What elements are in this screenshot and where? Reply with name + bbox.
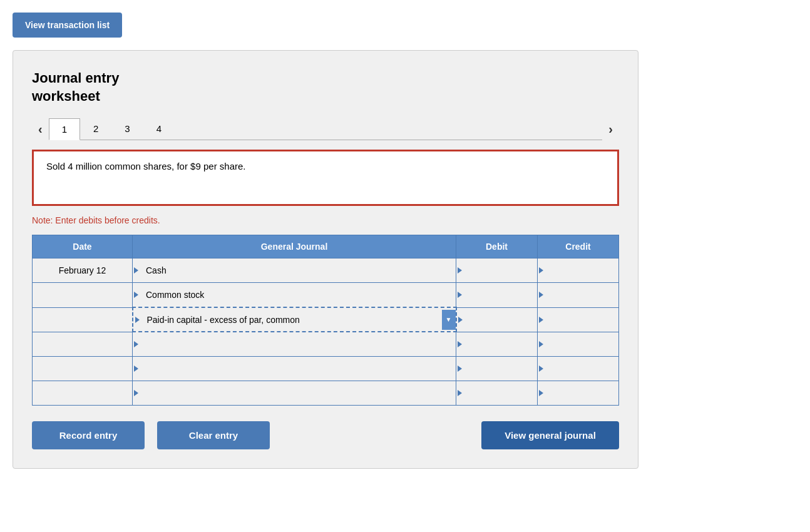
date-cell-6	[33, 381, 133, 406]
row5-arrow-indicator	[134, 366, 138, 372]
dropdown-arrow-button-3[interactable]: ▼	[442, 310, 456, 330]
debit-input-2[interactable]	[463, 283, 537, 307]
row6-debit-indicator	[458, 390, 462, 396]
buttons-row: Record entry Clear entry View general jo…	[32, 421, 619, 449]
clear-entry-button[interactable]: Clear entry	[157, 421, 270, 449]
entry-input-1[interactable]	[140, 258, 456, 282]
table-row	[33, 283, 619, 308]
row4-arrow-indicator	[134, 341, 138, 347]
entry-cell-2[interactable]	[133, 283, 456, 308]
credit-cell-5[interactable]	[538, 357, 619, 381]
table-row: February 12	[33, 258, 619, 283]
credit-input-1[interactable]	[545, 258, 618, 282]
row2-credit-indicator	[539, 292, 543, 298]
credit-input-4[interactable]	[545, 332, 618, 356]
entry-cell-1[interactable]	[133, 258, 456, 283]
date-cell-4	[33, 332, 133, 357]
row6-credit-indicator	[539, 390, 543, 396]
entry-cell-4[interactable]	[133, 332, 456, 357]
row2-debit-indicator	[458, 292, 462, 298]
row1-arrow-indicator	[134, 267, 138, 274]
view-transaction-button[interactable]: View transaction list	[13, 13, 122, 38]
entry-input-3[interactable]	[141, 310, 442, 330]
view-general-journal-button[interactable]: View general journal	[481, 421, 619, 449]
row4-credit-indicator	[539, 341, 543, 347]
date-cell-5	[33, 357, 133, 381]
credit-cell-4[interactable]	[538, 332, 619, 357]
debit-input-5[interactable]	[463, 357, 537, 381]
credit-input-2[interactable]	[545, 283, 618, 307]
debit-input-6[interactable]	[463, 381, 537, 405]
date-cell-1: February 12	[33, 258, 133, 283]
page-tabs: 1 2 3 4	[49, 118, 603, 140]
entry-input-5[interactable]	[140, 357, 456, 381]
credit-cell-6[interactable]	[538, 381, 619, 406]
header-credit: Credit	[538, 235, 619, 258]
table-row	[33, 332, 619, 357]
credit-input-3[interactable]	[545, 308, 618, 332]
row1-debit-indicator	[458, 267, 462, 274]
row3-arrow-indicator	[135, 317, 140, 323]
entry-input-6[interactable]	[140, 381, 456, 405]
debit-cell-2[interactable]	[456, 283, 538, 308]
debit-input-4[interactable]	[463, 332, 537, 356]
debit-cell-1[interactable]	[456, 258, 538, 283]
table-row: ▼	[33, 307, 619, 332]
entry-input-4[interactable]	[140, 332, 456, 356]
header-debit: Debit	[456, 235, 538, 258]
entry-cell-3[interactable]: ▼	[133, 307, 456, 332]
journal-table: Date General Journal Debit Credit Februa…	[32, 235, 619, 406]
row3-debit-indicator	[458, 317, 463, 323]
table-row	[33, 357, 619, 381]
entry-input-2[interactable]	[140, 283, 456, 307]
row6-arrow-indicator	[134, 390, 138, 396]
credit-input-5[interactable]	[545, 357, 618, 381]
tab-4[interactable]: 4	[143, 118, 175, 140]
next-page-button[interactable]: ›	[602, 119, 619, 140]
credit-input-6[interactable]	[545, 381, 618, 405]
row2-arrow-indicator	[134, 292, 138, 298]
debit-cell-5[interactable]	[456, 357, 538, 381]
debit-cell-4[interactable]	[456, 332, 538, 357]
row1-credit-indicator	[539, 267, 543, 274]
row4-debit-indicator	[458, 341, 462, 347]
record-entry-button[interactable]: Record entry	[32, 421, 145, 449]
pagination-row: ‹ 1 2 3 4 ›	[32, 118, 619, 140]
debit-cell-6[interactable]	[456, 381, 538, 406]
tab-3[interactable]: 3	[111, 118, 143, 140]
credit-cell-3[interactable]	[538, 307, 619, 332]
table-row	[33, 381, 619, 406]
row3-credit-indicator	[539, 317, 543, 323]
worksheet-container: Journal entryworksheet ‹ 1 2 3 4 › Sold …	[13, 50, 638, 469]
tab-2[interactable]: 2	[80, 118, 111, 140]
debit-input-3[interactable]	[464, 308, 538, 332]
worksheet-title: Journal entryworksheet	[32, 69, 619, 105]
header-general-journal: General Journal	[133, 235, 456, 258]
description-text: Sold 4 million common shares, for $9 per…	[46, 161, 245, 171]
description-box: Sold 4 million common shares, for $9 per…	[32, 150, 619, 206]
debit-input-1[interactable]	[463, 258, 537, 282]
credit-cell-1[interactable]	[538, 258, 619, 283]
credit-cell-2[interactable]	[538, 283, 619, 308]
debit-cell-3[interactable]	[456, 307, 538, 332]
entry-cell-5[interactable]	[133, 357, 456, 381]
entry-cell-6[interactable]	[133, 381, 456, 406]
date-cell-3	[33, 307, 133, 332]
row5-credit-indicator	[539, 366, 543, 372]
date-cell-2	[33, 283, 133, 308]
header-date: Date	[33, 235, 133, 258]
row5-debit-indicator	[458, 366, 462, 372]
tab-1[interactable]: 1	[49, 118, 80, 140]
prev-page-button[interactable]: ‹	[32, 119, 49, 140]
note-text: Note: Enter debits before credits.	[32, 215, 619, 225]
